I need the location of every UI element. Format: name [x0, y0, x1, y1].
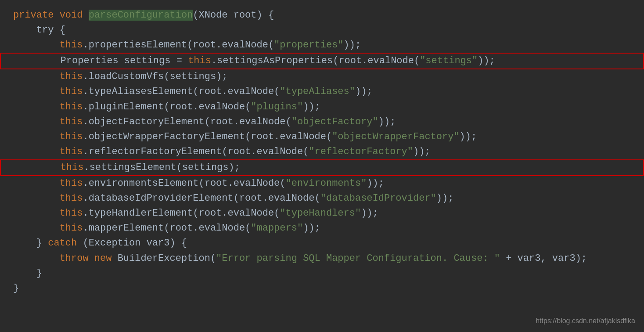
line13: this.databaseIdProviderElement(root.eval…: [0, 191, 644, 206]
line10: this.reflectorFactoryElement(root.evalNo…: [0, 144, 644, 159]
line4: Properties settings = this.settingsAsPro…: [0, 53, 644, 69]
line11: this.settingsElement(settings);: [0, 159, 644, 176]
line15: this.mapperElement(root.evalNode("mapper…: [0, 221, 644, 236]
line2: try {: [0, 23, 644, 38]
line18: }: [0, 266, 644, 281]
line19: }: [0, 281, 644, 296]
line14: this.typeHandlerElement(root.evalNode("t…: [0, 206, 644, 221]
watermark: https://blog.csdn.net/afjaklsdfika: [536, 316, 635, 327]
line9: this.objectWrapperFactoryElement(root.ev…: [0, 130, 644, 144]
line6: this.typeAliasesElement(root.evalNode("t…: [0, 84, 644, 99]
line17: throw new BuilderException("Error parsin…: [0, 251, 644, 266]
line16: } catch (Exception var3) {: [0, 236, 644, 251]
line3: this.propertiesElement(root.evalNode("pr…: [0, 38, 644, 53]
line8: this.objectFactoryElement(root.evalNode(…: [0, 115, 644, 130]
line12: this.environmentsElement(root.evalNode("…: [0, 176, 644, 191]
line1: private void parseConfiguration(XNode ro…: [0, 8, 644, 23]
code-block: private void parseConfiguration(XNode ro…: [0, 0, 644, 304]
line5: this.loadCustomVfs(settings);: [0, 69, 644, 84]
line7: this.pluginElement(root.evalNode("plugin…: [0, 100, 644, 115]
